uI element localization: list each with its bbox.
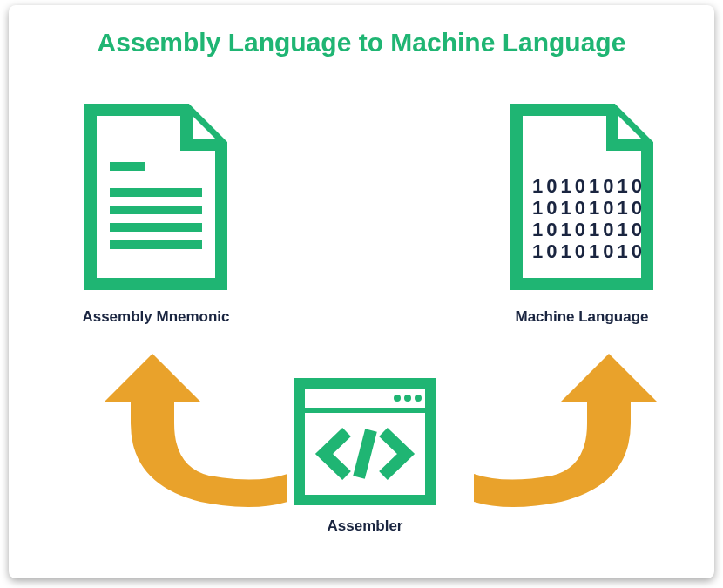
binary-line: 10101010 bbox=[532, 175, 645, 197]
assembler-block: Assembler bbox=[294, 378, 436, 535]
svg-rect-0 bbox=[110, 162, 145, 171]
binary-line: 10101010 bbox=[532, 197, 645, 219]
svg-point-10 bbox=[404, 395, 411, 402]
code-window-icon bbox=[294, 378, 436, 505]
assembler-label: Assembler bbox=[294, 517, 436, 535]
svg-rect-2 bbox=[110, 206, 202, 214]
assembly-mnemonic-label: Assembly Mnemonic bbox=[56, 308, 256, 326]
svg-marker-5 bbox=[105, 354, 200, 423]
svg-marker-6 bbox=[561, 354, 657, 423]
document-binary-icon: 10101010 10101010 10101010 10101010 bbox=[499, 101, 665, 293]
diagram-title: Assembly Language to Machine Language bbox=[9, 28, 714, 57]
arrow-right-icon bbox=[474, 354, 657, 528]
arrow-left-icon bbox=[105, 354, 287, 528]
document-text-icon bbox=[73, 101, 239, 293]
machine-language-block: 10101010 10101010 10101010 10101010 Mach… bbox=[486, 101, 678, 326]
svg-point-9 bbox=[394, 395, 401, 402]
svg-rect-1 bbox=[110, 188, 202, 197]
svg-rect-4 bbox=[110, 240, 202, 249]
machine-language-label: Machine Language bbox=[486, 308, 678, 326]
binary-line: 10101010 bbox=[532, 240, 645, 262]
svg-point-11 bbox=[415, 395, 422, 402]
diagram-card: Assembly Language to Machine Language As… bbox=[9, 5, 714, 578]
assembly-mnemonic-block: Assembly Mnemonic bbox=[56, 101, 256, 326]
svg-rect-3 bbox=[110, 223, 202, 232]
binary-line: 10101010 bbox=[532, 219, 645, 240]
